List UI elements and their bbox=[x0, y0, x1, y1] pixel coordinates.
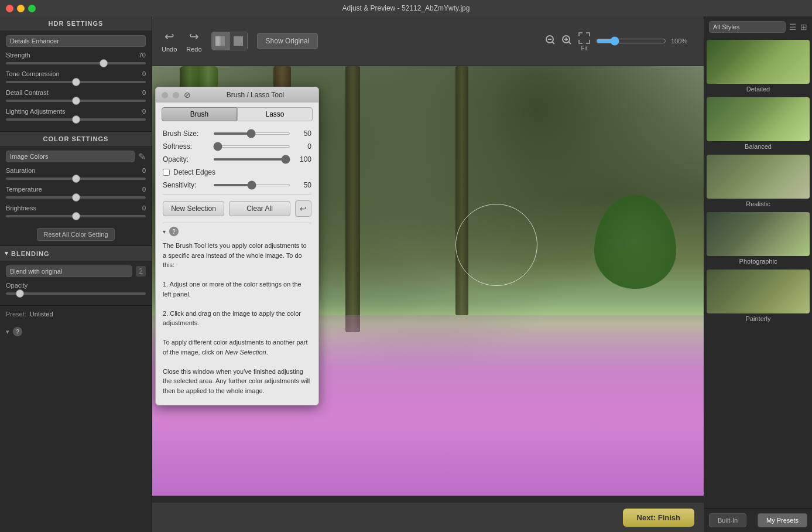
window-title: Adjust & Preview - 52112_AbZmYwty.jpg bbox=[342, 4, 470, 12]
sensitivity-slider[interactable] bbox=[213, 184, 290, 186]
preset-item-realistic[interactable]: Realistic bbox=[707, 155, 810, 211]
window-controls[interactable] bbox=[6, 5, 36, 12]
help-chevron[interactable]: ▾ bbox=[163, 229, 166, 235]
brush-size-slider[interactable] bbox=[213, 132, 290, 135]
presets-grid: Detailed Balanced Realistic Photographic bbox=[704, 37, 812, 508]
help-question-icon[interactable]: ? bbox=[169, 227, 179, 236]
brush-icon: ⊘ bbox=[184, 90, 191, 100]
preset-item-photographic[interactable]: Photographic bbox=[707, 212, 810, 268]
preset-item-painterly[interactable]: Painterly bbox=[707, 270, 810, 326]
hdr-section: HDR SETTINGS Details Enhancer Strength 7… bbox=[0, 16, 152, 132]
split-view-btn[interactable] bbox=[212, 32, 229, 50]
hdr-type-dropdown[interactable]: Details Enhancer bbox=[6, 35, 146, 47]
opacity-label: Opacity bbox=[6, 282, 28, 289]
right-panel-header: All Styles ☰ ⊞ bbox=[704, 16, 812, 37]
reset-color-button[interactable]: Reset All Color Setting bbox=[37, 228, 114, 241]
modal-body: Brush Size: 50 Softness: 0 Opacity: bbox=[156, 124, 318, 405]
modal-close-btn[interactable] bbox=[162, 92, 168, 98]
detail-contrast-slider-row: Detail Contrast 0 bbox=[6, 89, 146, 102]
brush-tab[interactable]: Brush bbox=[162, 107, 237, 121]
softness-slider[interactable] bbox=[213, 145, 290, 148]
brightness-value: 0 bbox=[142, 204, 146, 212]
zoom-out-button[interactable] bbox=[544, 34, 556, 49]
blending-value: 2 bbox=[136, 266, 146, 277]
maximize-button[interactable] bbox=[28, 5, 36, 12]
strength-slider-row: Strength 70 bbox=[6, 52, 146, 64]
detect-edges-checkbox[interactable] bbox=[163, 169, 170, 176]
svg-rect-1 bbox=[221, 36, 225, 46]
preset-item-detailed[interactable]: Detailed bbox=[707, 40, 810, 96]
modal-min-btn[interactable] bbox=[173, 92, 179, 98]
zoom-slider[interactable] bbox=[596, 36, 666, 46]
preset-image-detailed bbox=[707, 40, 810, 84]
preset-item-balanced[interactable]: Balanced bbox=[707, 97, 810, 154]
brightness-slider-row: Brightness 0 bbox=[6, 204, 146, 217]
undo-button[interactable]: ↩ Undo bbox=[162, 29, 177, 53]
softness-row: Softness: 0 bbox=[163, 142, 311, 151]
svg-rect-3 bbox=[234, 36, 243, 46]
brush-size-label: Brush Size: bbox=[163, 129, 210, 138]
softness-value: 0 bbox=[294, 142, 311, 151]
right-panel: All Styles ☰ ⊞ Detailed Balanced bbox=[704, 16, 812, 532]
info-icon[interactable]: ? bbox=[13, 327, 22, 336]
preset-thumb-realistic bbox=[707, 155, 810, 199]
detect-edges-label: Detect Edges bbox=[173, 168, 215, 176]
color-section: COLOR SETTINGS Image Colors ✎ Saturation… bbox=[0, 132, 152, 246]
horizontal-scrollbar[interactable] bbox=[152, 496, 704, 503]
mypresets-tab-button[interactable]: My Presets bbox=[758, 513, 807, 527]
show-original-button[interactable]: Show Original bbox=[257, 33, 318, 49]
fit-button[interactable]: Fit bbox=[577, 31, 591, 52]
color-type-dropdown[interactable]: Image Colors bbox=[6, 151, 135, 162]
view-toggle[interactable] bbox=[211, 32, 248, 50]
full-view-btn[interactable] bbox=[229, 32, 247, 50]
minimize-button[interactable] bbox=[17, 5, 25, 12]
brush-lasso-modal[interactable]: ⊘ Brush / Lasso Tool Brush Lasso Brush S… bbox=[155, 87, 319, 405]
styles-dropdown[interactable]: All Styles bbox=[709, 21, 786, 33]
blending-dropdown[interactable]: Blend with original bbox=[6, 265, 132, 277]
blending-header: ▾ BLENDING bbox=[0, 246, 152, 261]
app-body: HDR SETTINGS Details Enhancer Strength 7… bbox=[0, 16, 812, 532]
preset-image-photographic bbox=[707, 212, 810, 256]
preset-name-realistic: Realistic bbox=[707, 199, 810, 211]
next-finish-button[interactable]: Next: Finish bbox=[623, 509, 694, 527]
preset-value: Unlisted bbox=[30, 311, 53, 318]
strength-value: 70 bbox=[139, 52, 146, 59]
saturation-value: 0 bbox=[142, 167, 146, 174]
modal-opacity-slider[interactable] bbox=[213, 158, 290, 161]
expand-chevron[interactable]: ▾ bbox=[6, 328, 9, 336]
lighting-adjustments-value: 0 bbox=[142, 108, 146, 115]
grid-view-icon[interactable]: ⊞ bbox=[800, 22, 807, 32]
back-button[interactable]: ↩ bbox=[295, 200, 311, 217]
preset-name-photographic: Photographic bbox=[707, 256, 810, 268]
blending-section: ▾ BLENDING Blend with original 2 Opacity bbox=[0, 246, 152, 306]
preset-thumb-painterly bbox=[707, 270, 810, 313]
undo-label: Undo bbox=[162, 46, 177, 53]
list-view-icon[interactable]: ☰ bbox=[789, 22, 797, 32]
preset-image-painterly bbox=[707, 270, 810, 313]
redo-button[interactable]: ↪ Redo bbox=[186, 29, 201, 53]
saturation-label: Saturation bbox=[6, 167, 35, 174]
clear-all-button[interactable]: Clear All bbox=[229, 201, 290, 216]
zoom-in-button[interactable] bbox=[561, 34, 573, 49]
modal-opacity-label: Opacity: bbox=[163, 155, 210, 163]
brush-size-row: Brush Size: 50 bbox=[163, 129, 311, 138]
brightness-label: Brightness bbox=[6, 204, 36, 212]
zoom-controls: Fit 100% bbox=[544, 31, 694, 52]
close-button[interactable] bbox=[6, 5, 13, 12]
builtin-tab-button[interactable]: Built-In bbox=[709, 513, 746, 527]
modal-tabs: Brush Lasso bbox=[156, 103, 318, 124]
image-canvas[interactable]: ⊘ Brush / Lasso Tool Brush Lasso Brush S… bbox=[152, 66, 704, 496]
help-text: The Brush Tool lets you apply color adju… bbox=[163, 237, 311, 399]
help-text-2: To apply different color adjustments to … bbox=[163, 339, 307, 356]
lasso-tab[interactable]: Lasso bbox=[237, 107, 313, 121]
modal-titlebar: ⊘ Brush / Lasso Tool bbox=[156, 87, 318, 103]
right-panel-bottom: Built-In My Presets bbox=[704, 508, 812, 532]
color-settings-header: COLOR SETTINGS bbox=[0, 132, 152, 146]
color-picker-icon[interactable]: ✎ bbox=[138, 151, 146, 162]
svg-rect-0 bbox=[215, 36, 220, 46]
new-selection-button[interactable]: New Selection bbox=[163, 201, 224, 216]
temperature-slider-row: Temperature 0 bbox=[6, 186, 146, 199]
lighting-adjustments-label: Lighting Adjustments bbox=[6, 108, 66, 115]
bottom-bar: ▾ ? bbox=[0, 322, 152, 341]
sensitivity-row: Sensitivity: 50 bbox=[163, 181, 311, 189]
